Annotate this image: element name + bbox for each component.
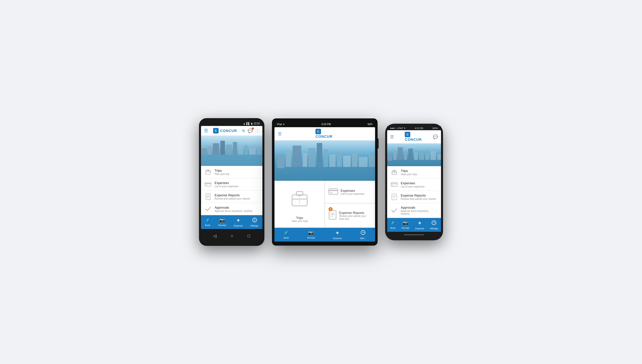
android-menu-icon[interactable]: ☰ [204,128,208,133]
iphone-expense-icon: + [418,220,421,226]
tablet-menu-icon[interactable]: ☰ [278,131,282,136]
svg-rect-4 [213,143,219,155]
tablet-status-center: 5:04 PM [322,123,331,126]
android-expenses-icon [205,181,212,188]
android-menu-item-expenses[interactable]: Expenses List of your expenses [201,178,262,191]
android-approvals-sub: Approve items anywhere, anytime [215,210,253,212]
tablet-grid-expenses[interactable]: Expenses List of your expenses [325,181,375,203]
tablet-expenses-icon [329,188,338,196]
iphone-book-icon: 🧳 [390,220,396,226]
iphone-mileage-label: Mileage [430,227,438,230]
android-expense-reports-sub: Review and submit your reports [215,197,250,200]
svg-rect-38 [329,154,336,167]
iphone: ●●●○○ AT&T ✦ 4:21 PM 100% ☰ C CONCUR 💬 [385,124,443,240]
android-back-btn[interactable]: ◁ [213,234,216,238]
iphone-logo-box: C [405,132,410,137]
tablet-side-button[interactable] [378,139,379,149]
iphone-expense-label: Expense [415,227,424,230]
android-book-icon: 🧳 [205,218,211,223]
svg-rect-43 [369,154,375,167]
svg-rect-18 [206,194,210,200]
iphone-logo-letter: C [407,133,409,136]
tablet-tab-receipt[interactable]: 📷 Receipt [307,230,315,239]
iphone-mileage-icon [431,220,436,226]
android-expenses-sub: List of your expenses [215,185,238,188]
iphone-book-label: Book [390,227,396,229]
svg-rect-31 [277,156,285,168]
iphone-chat-icon[interactable]: 💬 [433,134,438,139]
android-expenses-text: Expenses List of your expenses [215,181,238,188]
tablet-grid-expense-reports[interactable]: 3 Expense Reports Review and submit your… [325,203,375,228]
android-chat-icon[interactable]: 💬 [248,128,253,133]
android-trips-title: Trips [215,169,229,172]
tablet: iPad ✦ 5:04 PM WiFi ☰ C CONCUR [272,118,378,246]
android-menu-item-approvals[interactable]: Approvals Approve items anywhere, anytim… [201,203,262,215]
svg-rect-33 [293,146,301,167]
android-tab-expense[interactable]: + Expense [234,217,243,227]
tablet-logo-box: C [315,129,321,134]
iphone-status-center: 4:21 PM [415,127,423,129]
android-approvals-icon [205,205,212,212]
android-tab-mileage[interactable]: Mileage [251,217,259,227]
tablet-expenses-sub: List of your expenses [341,193,365,195]
svg-rect-61 [387,159,441,166]
android-tab-receipt[interactable]: 📷 Receipt [218,218,226,226]
iphone-menu-item-expense-reports[interactable]: Expense Reports Review and submit your r… [387,191,441,203]
svg-rect-2 [202,148,207,156]
iphone-tab-mileage[interactable]: Mileage [430,220,438,230]
iphone-menu-icon[interactable]: ☰ [390,134,394,139]
svg-line-28 [255,219,255,220]
tablet-tab-mileage[interactable]: Mile... [360,230,366,240]
android-expense-reports-title: Expense Reports [215,193,250,197]
svg-rect-9 [244,145,248,155]
android-refresh-icon[interactable]: ↻ [242,128,245,133]
android-menu-item-trips[interactable]: Trips Plan your trip [201,166,262,178]
iphone-home-indicator[interactable] [404,234,424,235]
android-screen: ☰ C CONCUR ↻ 💬 ⋮ [201,126,262,229]
tablet-trips-title: Trips [296,216,303,220]
iphone-logo-area: C CONCUR [405,132,422,142]
tablet-header: ☰ C CONCUR [274,127,375,141]
tablet-expenses-title: Expenses [341,189,365,193]
android-recents-btn[interactable]: □ [248,234,250,238]
iphone-approvals-sub: Approve items anywhere, anytime [401,210,437,215]
iphone-tab-receipt[interactable]: 📷 Receipt [402,220,410,229]
android-mileage-icon [252,217,257,224]
iphone-tab-expense[interactable]: + Expense [415,220,424,230]
tablet-trips-sub: View your trips [291,220,308,222]
iphone-expense-reports-icon [391,193,398,200]
tablet-tab-book[interactable]: 🧳 Book [284,230,289,239]
tablet-grid-trips[interactable]: Trips View your trips [274,181,325,228]
svg-rect-35 [308,148,315,167]
tablet-logo-letter: C [317,130,319,133]
tablet-tab-expense[interactable]: + Expense [333,230,342,240]
android-more-icon[interactable]: ⋮ [255,128,259,133]
svg-rect-12 [206,171,211,174]
svg-rect-15 [205,183,211,186]
svg-rect-37 [324,149,328,167]
iphone-tab-book[interactable]: 🧳 Book [390,220,396,229]
android-header-icons: ↻ 💬 ⋮ [242,128,259,133]
svg-rect-67 [414,152,418,160]
android-phone: ▲ ▌▌ ▮ 10:55 ☰ C CONCUR ↻ 💬 [199,118,264,246]
svg-rect-64 [398,147,403,160]
android-tab-book[interactable]: 🧳 Book [205,218,211,226]
tablet-tab-bar: 🧳 Book 📷 Receipt + Expense [274,228,375,242]
svg-rect-40 [343,156,351,167]
android-trips-icon [205,168,212,175]
signal-icon: ▌▌ [247,122,250,125]
svg-line-87 [434,222,434,222]
iphone-menu-item-approvals[interactable]: Approvals Approve items anywhere, anytim… [387,203,441,218]
scene: ▲ ▌▌ ▮ 10:55 ☰ C CONCUR ↻ 💬 [145,118,497,246]
android-app-header: ☰ C CONCUR ↻ 💬 ⋮ [201,126,262,136]
android-expense-label: Expense [234,224,243,227]
iphone-menu-item-trips[interactable]: Trips View your trips [387,166,441,178]
iphone-menu-item-expenses[interactable]: Expenses List of your expenses [387,178,441,191]
android-menu-item-expense-reports[interactable]: Expense Reports Review and submit your r… [201,191,262,203]
iphone-menu-list: Trips View your trips Expenses [387,166,441,218]
tablet-expense-reports-text: Expense Reports Review and submit your r… [339,211,371,220]
tablet-expense-reports-sub: Review and submit your repo and [339,215,371,220]
android-home-btn[interactable]: ○ [231,234,233,238]
iphone-receipt-icon: 📷 [403,220,408,226]
iphone-trips-sub: View your trips [401,173,417,176]
